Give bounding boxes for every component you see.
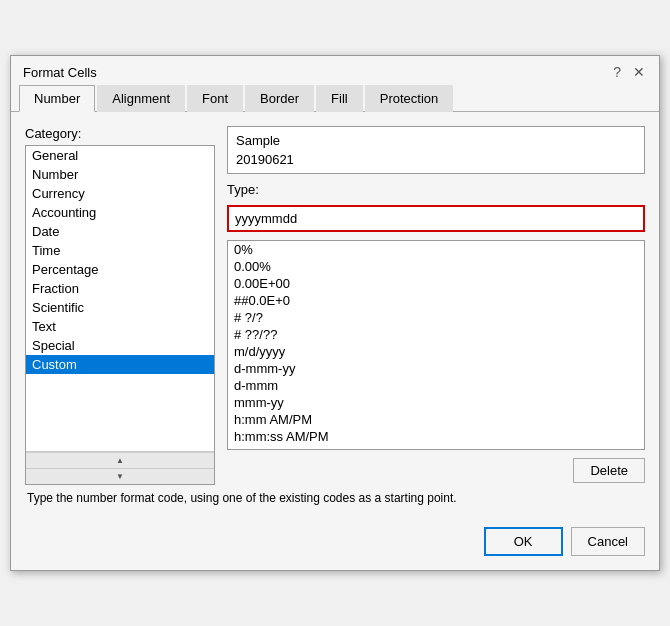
format-item[interactable]: # ?/? xyxy=(228,309,644,326)
format-item[interactable]: 0% xyxy=(228,241,644,258)
scroll-up-button[interactable]: ▲ xyxy=(26,452,214,468)
bottom-buttons: OK Cancel xyxy=(11,515,659,570)
category-item-date[interactable]: Date xyxy=(26,222,214,241)
right-panel: Sample 20190621 Type: 0% 0.00% 0.00E+00 … xyxy=(227,126,645,485)
format-item[interactable]: 0.00E+00 xyxy=(228,275,644,292)
type-input-wrap xyxy=(227,205,645,232)
format-item[interactable]: d-mmm-yy xyxy=(228,360,644,377)
format-item[interactable]: ##0.0E+0 xyxy=(228,292,644,309)
category-label: Category: xyxy=(25,126,215,141)
format-list[interactable]: 0% 0.00% 0.00E+00 ##0.0E+0 # ?/? # ??/??… xyxy=(227,240,645,450)
format-item[interactable]: mmm-yy xyxy=(228,394,644,411)
ok-button[interactable]: OK xyxy=(484,527,563,556)
format-item[interactable]: 0.00% xyxy=(228,258,644,275)
sample-box: Sample 20190621 xyxy=(227,126,645,174)
help-button[interactable]: ? xyxy=(611,64,623,80)
format-item[interactable]: h:mm:ss AM/PM xyxy=(228,428,644,445)
sample-label: Sample xyxy=(236,133,636,148)
category-item-time[interactable]: Time xyxy=(26,241,214,260)
category-item-custom[interactable]: Custom xyxy=(26,355,214,374)
category-item-special[interactable]: Special xyxy=(26,336,214,355)
delete-button[interactable]: Delete xyxy=(573,458,645,483)
category-list[interactable]: General Number Currency Accounting Date … xyxy=(26,146,214,451)
category-item-currency[interactable]: Currency xyxy=(26,184,214,203)
sample-value: 20190621 xyxy=(236,152,636,167)
tab-protection[interactable]: Protection xyxy=(365,85,454,112)
title-controls: ? ✕ xyxy=(611,64,647,80)
format-item[interactable]: h:mm AM/PM xyxy=(228,411,644,428)
category-item-percentage[interactable]: Percentage xyxy=(26,260,214,279)
category-list-container: General Number Currency Accounting Date … xyxy=(25,145,215,485)
format-item[interactable]: m/d/yyyy xyxy=(228,343,644,360)
scroll-arrows: ▲ ▼ xyxy=(26,451,214,484)
tab-border[interactable]: Border xyxy=(245,85,314,112)
type-input[interactable] xyxy=(229,207,643,230)
dialog-title: Format Cells xyxy=(23,65,97,80)
category-item-fraction[interactable]: Fraction xyxy=(26,279,214,298)
format-item[interactable]: d-mmm xyxy=(228,377,644,394)
category-item-scientific[interactable]: Scientific xyxy=(26,298,214,317)
tab-number[interactable]: Number xyxy=(19,85,95,112)
tab-fill[interactable]: Fill xyxy=(316,85,363,112)
left-panel: Category: General Number Currency Accoun… xyxy=(25,126,215,485)
category-item-text[interactable]: Text xyxy=(26,317,214,336)
main-layout: Category: General Number Currency Accoun… xyxy=(25,126,645,485)
format-item[interactable]: # ??/?? xyxy=(228,326,644,343)
hint-text: Type the number format code, using one o… xyxy=(25,491,645,505)
close-button[interactable]: ✕ xyxy=(631,64,647,80)
category-item-general[interactable]: General xyxy=(26,146,214,165)
category-item-number[interactable]: Number xyxy=(26,165,214,184)
tab-bar: Number Alignment Font Border Fill Protec… xyxy=(11,84,659,112)
tab-alignment[interactable]: Alignment xyxy=(97,85,185,112)
tab-font[interactable]: Font xyxy=(187,85,243,112)
type-label: Type: xyxy=(227,182,645,197)
cancel-button[interactable]: Cancel xyxy=(571,527,645,556)
title-bar: Format Cells ? ✕ xyxy=(11,56,659,84)
format-cells-dialog: Format Cells ? ✕ Number Alignment Font B… xyxy=(10,55,660,571)
tab-content: Category: General Number Currency Accoun… xyxy=(11,112,659,515)
category-item-accounting[interactable]: Accounting xyxy=(26,203,214,222)
scroll-down-button[interactable]: ▼ xyxy=(26,468,214,484)
